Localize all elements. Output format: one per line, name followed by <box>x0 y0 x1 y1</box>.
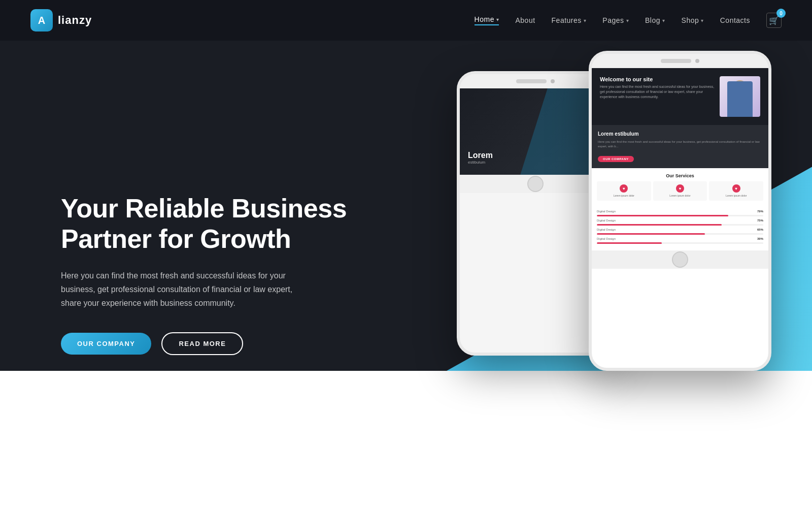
nav-item-home[interactable]: Home ▾ <box>475 15 499 25</box>
stat-row: Digital Design75% <box>597 219 763 222</box>
dropdown-arrow-blog: ▾ <box>662 18 665 23</box>
nav-item-contacts[interactable]: Contacts <box>720 16 750 24</box>
read-more-button[interactable]: READ MORE <box>161 332 243 355</box>
cart-badge: 0 <box>776 9 786 18</box>
dropdown-arrow-pages: ▾ <box>626 18 629 23</box>
phone-front-speaker <box>661 59 691 63</box>
nav-link-home[interactable]: Home ▾ <box>475 15 499 25</box>
hero-title: Your Reliable Business Partner for Growt… <box>61 194 355 255</box>
nav-item-about[interactable]: About <box>515 16 535 24</box>
stat-bar-container <box>597 242 763 244</box>
navbar: A lianzy Home ▾ About Features ▾ Pages ▾ <box>0 0 812 41</box>
phone-mockups: Lorem estibulum Welcome to our site Here… <box>426 41 782 508</box>
service-card-3: ♥ Lorem ipsum dolor <box>709 181 763 201</box>
nav-link-contacts[interactable]: Contacts <box>720 16 750 24</box>
screen-person-image <box>720 76 760 117</box>
nav-item-blog[interactable]: Blog ▾ <box>645 16 665 24</box>
service-card-1: ♥ Lorem ipsum dolor <box>597 181 651 201</box>
screen-services-section: Our Services ♥ Lorem ipsum dolor ♥ Lorem… <box>592 168 768 206</box>
stat-bar-container <box>597 215 763 216</box>
logo-area[interactable]: A lianzy <box>30 9 92 31</box>
nav-link-shop[interactable]: Shop ▾ <box>682 16 704 24</box>
logo-icon: A <box>30 9 53 31</box>
service-cards: ♥ Lorem ipsum dolor ♥ Lorem ipsum dolor … <box>597 181 763 201</box>
phone-front-home-btn <box>672 251 688 268</box>
screen-hero-section: Welcome to our site Here you can find th… <box>592 68 768 125</box>
phone-camera <box>551 79 555 83</box>
stat-row: Digital Design79% <box>597 210 763 213</box>
service-icon-2: ♥ <box>676 184 684 193</box>
phone-front: Welcome to our site Here you can find th… <box>589 51 771 371</box>
hero-text-block: Your Reliable Business Partner for Growt… <box>61 194 355 355</box>
phone-front-camera <box>695 59 699 63</box>
phone-front-screen: Welcome to our site Here you can find th… <box>592 68 768 250</box>
phone-speaker <box>516 79 547 83</box>
nav-link-features[interactable]: Features ▾ <box>552 16 587 24</box>
cart-button[interactable]: 🛒 0 <box>766 13 782 28</box>
phone-front-bottombar <box>592 250 768 269</box>
stat-bar-container <box>597 224 763 226</box>
stat-bar-fill <box>597 215 728 216</box>
nav-links: Home ▾ About Features ▾ Pages ▾ Blog ▾ <box>475 15 750 25</box>
service-card-2: ♥ Lorem ipsum dolor <box>653 181 707 201</box>
service-icon-1: ♥ <box>620 184 628 193</box>
nav-link-pages[interactable]: Pages ▾ <box>602 16 629 24</box>
dropdown-arrow-shop: ▾ <box>701 18 704 23</box>
stat-bar-container <box>597 233 763 235</box>
nav-item-features[interactable]: Features ▾ <box>552 16 587 24</box>
stat-bar-fill <box>597 233 705 235</box>
hero-buttons: OUR COMPANY READ MORE <box>61 332 355 355</box>
screen-hero-text: Welcome to our site Here you can find th… <box>600 76 715 99</box>
person-body <box>727 81 753 117</box>
stat-row: Digital Design39% <box>597 237 763 240</box>
phone-back-home-btn <box>527 176 544 192</box>
nav-link-blog[interactable]: Blog ▾ <box>645 16 665 24</box>
back-screen-text: Lorem estibulum <box>468 151 493 165</box>
our-company-button[interactable]: OUR COMPANY <box>61 333 151 355</box>
phone-front-topbar <box>592 54 768 68</box>
stat-bar-fill <box>597 242 662 244</box>
screen-stats-section: Digital Design79%Digital Design75%Digita… <box>592 206 768 250</box>
screen-cta-btn: OUR COMPANY <box>598 156 634 162</box>
screen-dark-section: Lorem estibulum Here you can find the mo… <box>592 125 768 168</box>
dropdown-arrow-features: ▾ <box>584 18 587 23</box>
nav-item-shop[interactable]: Shop ▾ <box>682 16 704 24</box>
nav-item-pages[interactable]: Pages ▾ <box>602 16 629 24</box>
brand-name: lianzy <box>58 14 92 27</box>
service-icon-3: ♥ <box>732 184 740 193</box>
dropdown-arrow-home: ▾ <box>496 17 499 22</box>
stat-bar-fill <box>597 224 722 226</box>
stat-row: Digital Design65% <box>597 228 763 231</box>
hero-subtitle: Here you can find the most fresh and suc… <box>61 269 304 310</box>
nav-link-about[interactable]: About <box>515 16 535 24</box>
